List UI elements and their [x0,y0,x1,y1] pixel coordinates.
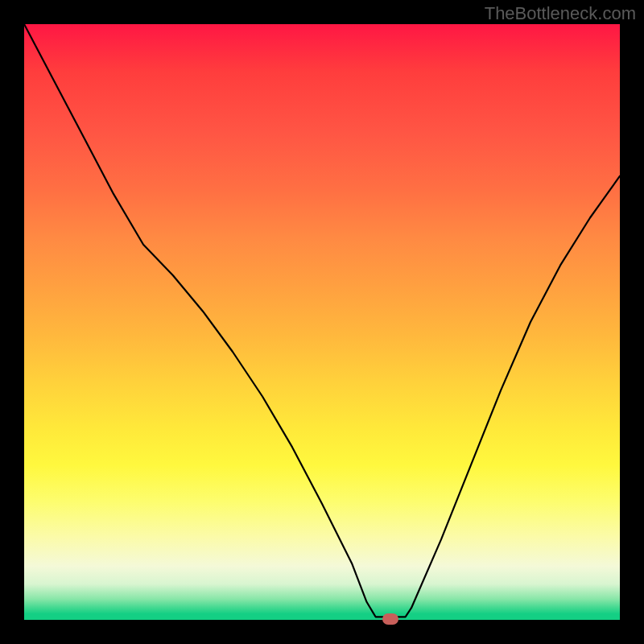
bottleneck-curve [24,24,620,620]
watermark-text: TheBottleneck.com [485,3,636,24]
plot-area [24,24,620,620]
optimum-marker [382,613,398,625]
